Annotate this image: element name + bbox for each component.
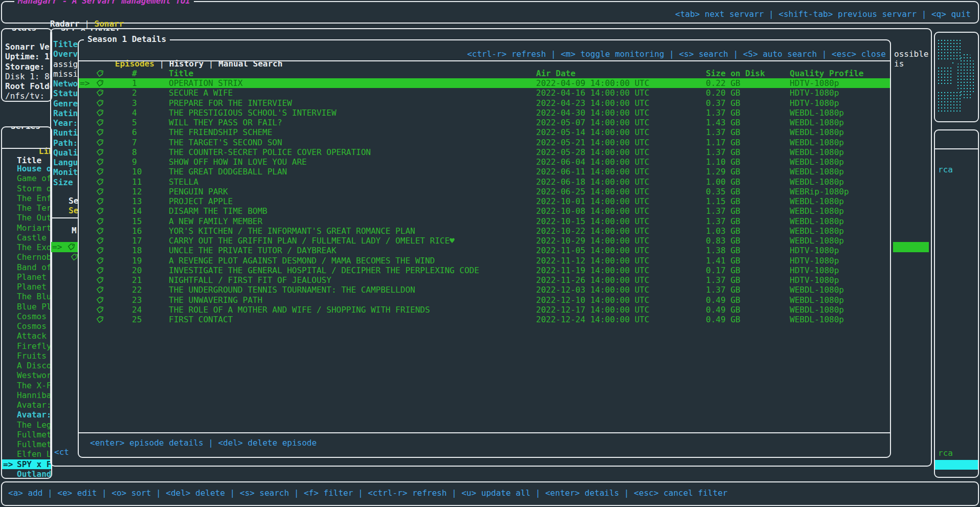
detail-field-label-fragment: Genre xyxy=(53,99,78,108)
series-list-item[interactable]: The Out xyxy=(2,213,51,223)
series-list-item[interactable]: The Blu xyxy=(2,292,51,301)
episode-row[interactable]: 17CARRY OUT THE GRIFFIN PLAN / FULLMETAL… xyxy=(79,236,890,246)
series-details-help-fragment: <ct xyxy=(54,447,69,457)
episode-row[interactable]: 6THE FRIENDSHIP SCHEME2022-05-14 14:00:0… xyxy=(79,127,890,137)
series-list-item[interactable]: Storm o xyxy=(2,184,51,193)
episode-quality: WEBDL-1080p xyxy=(790,196,844,206)
episode-row[interactable]: 11STELLA2022-06-18 14:00:00 UTC1.00 GBWE… xyxy=(79,177,890,187)
episode-quality: WEBDL-1080p xyxy=(790,157,844,167)
series-list-item[interactable]: Firefly xyxy=(2,341,51,351)
series-list-item[interactable]: Elfen L xyxy=(2,449,51,459)
column-header-size: Size on Disk xyxy=(706,69,765,78)
season-details-tabs: Episodes | History | Manual Search xyxy=(85,49,282,59)
series-list-item[interactable]: Outland xyxy=(2,469,51,479)
series-list-item[interactable]: The Leg xyxy=(2,420,51,430)
episode-row[interactable]: 2SECURE A WIFE2022-04-16 14:00:00 UTC0.2… xyxy=(79,88,890,98)
episode-row[interactable]: 19A REVENGE PLOT AGAINST DESMOND / MAMA … xyxy=(79,256,890,266)
episode-quality: HDTV-1080p xyxy=(790,275,839,285)
episode-number: 15 xyxy=(132,216,142,226)
series-list-item[interactable]: Planet xyxy=(2,272,51,282)
episode-row[interactable]: 9SHOW OFF HOW IN LOVE YOU ARE2022-06-04 … xyxy=(79,157,890,167)
series-list-item[interactable]: Planet xyxy=(2,282,51,292)
series-list-item[interactable]: The Ter xyxy=(2,203,51,213)
series-list-item[interactable]: Blue Pl xyxy=(2,302,51,312)
episode-row[interactable]: 4THE PRESTIGIOUS SCHOOL'S INTERVIEW2022-… xyxy=(79,108,890,118)
series-list-item[interactable]: Hanniba xyxy=(2,390,51,400)
series-list-item[interactable]: Chernob xyxy=(2,252,51,262)
series-list-item[interactable]: Cosmos xyxy=(2,321,51,331)
episode-air-date: 2022-10-22 14:00:00 UTC xyxy=(536,226,650,236)
episode-size: 1.37 GB xyxy=(706,108,740,118)
episode-number: 16 xyxy=(132,226,142,236)
series-list-item[interactable]: Westwor xyxy=(2,370,51,380)
series-list-item[interactable]: The X-F xyxy=(2,381,51,390)
series-list-item[interactable]: The Enf xyxy=(2,193,51,203)
series-list-item[interactable]: The Exo xyxy=(2,243,51,252)
series-list-item[interactable]: Avatar: xyxy=(2,400,51,410)
episode-air-date: 2022-04-16 14:00:00 UTC xyxy=(536,88,650,98)
episode-number: 1 xyxy=(132,78,137,88)
episode-row[interactable]: 5WILL THEY PASS OR FAIL?2022-05-07 14:00… xyxy=(79,118,890,127)
episode-row[interactable]: 10THE GREAT DODGEBALL PLAN2022-06-11 14:… xyxy=(79,167,890,177)
tab-radarr[interactable]: Radarr xyxy=(50,19,80,29)
detail-field-label-fragment: Runti xyxy=(53,128,78,138)
series-list-item[interactable]: Attack xyxy=(2,331,51,341)
series-list-item[interactable]: A Disco xyxy=(2,361,51,370)
table-fragment: rca xyxy=(938,448,953,458)
overview-text-fragment: ossible xyxy=(894,49,928,59)
tag-icon xyxy=(96,147,104,157)
episode-row[interactable]: 14DISARM THE TIME BOMB2022-10-08 14:00:0… xyxy=(79,206,890,216)
tab-sonarr[interactable]: Sonarr xyxy=(95,19,124,29)
episode-number: 12 xyxy=(132,187,142,196)
episode-title: PENGUIN PARK xyxy=(169,187,228,196)
episode-row[interactable]: 23THE UNWAVERING PATH2022-12-10 14:00:00… xyxy=(79,295,890,305)
episode-quality: WEBDL-1080p xyxy=(790,226,844,236)
series-list-item[interactable]: => SPY x F xyxy=(2,459,51,469)
series-list-item[interactable]: Band of xyxy=(2,262,51,272)
episode-quality: WEBRip-1080p xyxy=(790,187,849,196)
episode-number: 7 xyxy=(132,138,137,147)
series-list-item[interactable]: Moriart xyxy=(2,223,51,233)
series-list-item[interactable]: Cosmos xyxy=(2,312,51,321)
episode-row[interactable]: =>1OPERATION STRIX2022-04-09 14:00:00 UT… xyxy=(79,78,890,88)
episode-title: THE FRIENDSHIP SCHEME xyxy=(169,127,272,137)
series-list-item[interactable]: Castle xyxy=(2,233,51,243)
episode-row[interactable]: 12PENGUIN PARK2022-06-25 14:00:00 UTC0.3… xyxy=(79,187,890,196)
episode-row[interactable]: 16YOR'S KITCHEN / THE INFORMANT'S GREAT … xyxy=(79,226,890,236)
episode-row[interactable]: 22THE UNDERGROUND TENNIS TOURNAMENT: THE… xyxy=(79,285,890,295)
episode-air-date: 2022-05-28 14:00:00 UTC xyxy=(536,147,650,157)
series-list-item[interactable]: Fullmet xyxy=(2,439,51,449)
tag-icon xyxy=(96,70,104,77)
episode-row[interactable]: 8THE COUNTER-SECRET POLICE COVER OPERATI… xyxy=(79,147,890,157)
episode-title: THE ROLE OF A MOTHER AND WIFE / SHOPPING… xyxy=(169,305,430,315)
episode-quality: HDTV-1080p xyxy=(790,266,839,275)
episode-title: STELLA xyxy=(169,177,198,187)
series-list-item[interactable]: House o xyxy=(2,164,51,173)
episode-row[interactable]: 13PROJECT APPLE2022-10-01 14:00:00 UTC1.… xyxy=(79,196,890,206)
season-details-title: Season 1 Details xyxy=(84,34,170,44)
episode-size: 0.49 GB xyxy=(706,305,740,315)
series-list-item[interactable]: Fullmet xyxy=(2,430,51,439)
episode-quality: WEBDL-1080p xyxy=(790,315,844,324)
season-details-popup: Season 1 Details Episodes | History | Ma… xyxy=(78,39,891,458)
episode-row[interactable]: 15A NEW FAMILY MEMBER2022-10-15 14:00:00… xyxy=(79,216,890,226)
episode-air-date: 2022-10-29 14:00:00 UTC xyxy=(536,236,650,246)
tag-icon xyxy=(71,253,78,261)
episode-row[interactable]: 24THE ROLE OF A MOTHER AND WIFE / SHOPPI… xyxy=(79,305,890,315)
episode-title: DISARM THE TIME BOMB xyxy=(169,206,268,216)
episode-title: YOR'S KITCHEN / THE INFORMANT'S GREAT RO… xyxy=(169,226,415,236)
episode-number: 4 xyxy=(132,108,137,118)
episode-row[interactable]: 20INVESTIGATE THE GENERAL HOSPITAL / DEC… xyxy=(79,266,890,275)
stats-line: Uptime: 17 xyxy=(5,52,52,61)
episode-row[interactable]: 25FIRST CONTACT2022-12-24 14:00:00 UTC0.… xyxy=(79,315,890,324)
episode-row[interactable]: 21NIGHTFALL / FIRST FIT OF JEALOUSY2022-… xyxy=(79,275,890,285)
episode-row[interactable]: 7THE TARGET'S SECOND SON2022-05-21 14:00… xyxy=(79,138,890,147)
series-list-item[interactable]: Avatar: xyxy=(2,410,51,420)
episode-title: INVESTIGATE THE GENERAL HOSPITAL / DECIP… xyxy=(169,266,479,275)
series-list-item[interactable]: Game of xyxy=(2,173,51,183)
episode-row[interactable]: 18UNCLE THE PRIVATE TUTOR / DAYBREAK2022… xyxy=(79,246,890,255)
episode-title: THE COUNTER-SECRET POLICE COVER OPERATIO… xyxy=(169,147,371,157)
stats-line: Sonarr Ver xyxy=(5,42,52,52)
episode-row[interactable]: 3PREPARE FOR THE INTERVIEW2022-04-23 14:… xyxy=(79,98,890,108)
series-list-item[interactable]: Fruits xyxy=(2,351,51,361)
